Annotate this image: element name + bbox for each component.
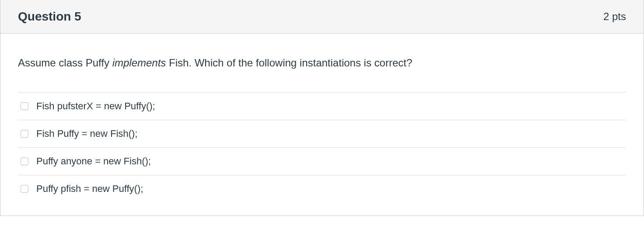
question-container: Question 5 2 pts Assume class Puffy impl… <box>0 0 644 216</box>
question-text-prefix: Assume class Puffy <box>18 57 112 69</box>
answers-list: Fish pufsterX = new Puffy(); Fish Puffy … <box>18 92 626 202</box>
checkbox-icon[interactable] <box>21 185 28 193</box>
question-text-italic: implements <box>112 57 166 69</box>
question-header: Question 5 2 pts <box>0 0 644 34</box>
question-points: 2 pts <box>603 10 626 23</box>
answer-row[interactable]: Puffy pfish = new Puffy(); <box>18 175 626 202</box>
answer-row[interactable]: Puffy anyone = new Fish(); <box>18 147 626 175</box>
question-text-suffix: Fish. Which of the following instantiati… <box>166 57 412 69</box>
answer-row[interactable]: Fish pufsterX = new Puffy(); <box>18 92 626 120</box>
question-title: Question 5 <box>18 10 81 24</box>
checkbox-icon[interactable] <box>21 157 28 165</box>
answer-label: Puffy anyone = new Fish(); <box>36 156 151 167</box>
checkbox-icon[interactable] <box>21 130 28 138</box>
answer-label: Fish pufsterX = new Puffy(); <box>36 101 155 112</box>
question-body: Assume class Puffy implements Fish. Whic… <box>0 34 644 216</box>
question-text: Assume class Puffy implements Fish. Whic… <box>18 56 626 70</box>
checkbox-icon[interactable] <box>21 102 28 110</box>
answer-label: Puffy pfish = new Puffy(); <box>36 183 143 195</box>
answer-label: Fish Puffy = new Fish(); <box>36 128 137 139</box>
answer-row[interactable]: Fish Puffy = new Fish(); <box>18 120 626 147</box>
